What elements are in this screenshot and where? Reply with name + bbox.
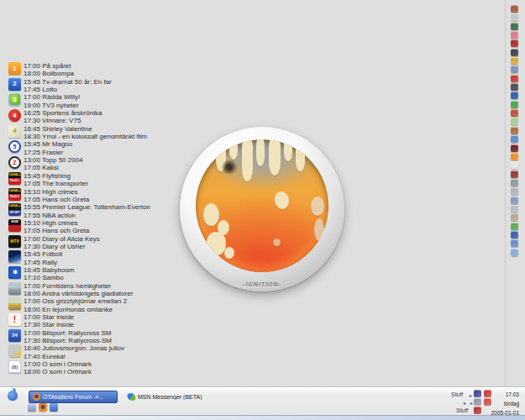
desktop-shortcut-7-icon[interactable] — [511, 57, 518, 65]
task-button-forum[interactable]: OTAsajtens Forum -»... — [29, 391, 118, 403]
channel-logo-band: FILM 2 — [8, 194, 21, 201]
tv-listing-row-tv4: 416:25 Sportens årskrönika17:30 Vinnare:… — [8, 109, 150, 125]
tv-listing-row-tv3: 317:00 Rädda Willy!19:00 TV3 nyheter — [8, 93, 150, 109]
channel-logo-band: MGM — [8, 219, 21, 226]
barnkanalen-channel-icon — [8, 344, 21, 357]
program-entry: 17:05 Hans och Greta — [24, 196, 89, 203]
program-entry: 15:10 High crimes — [24, 219, 89, 227]
program-lines: 17:00 Bilsport: Rallycross SM17:30 Bilsp… — [24, 329, 112, 345]
svt24-channel-icon: 24 — [8, 329, 21, 342]
tv-listing-row-canal-plus-sport: CANAL+SPORT15:55 Premier League: Tottenh… — [8, 203, 150, 219]
desktop-shortcut-23-icon[interactable] — [511, 197, 518, 204]
tray-icon-1[interactable] — [474, 390, 481, 397]
program-entry: 17:05 Hans och Greta — [24, 227, 89, 234]
program-entry: 17:45 Lotto — [24, 86, 112, 93]
orb-lava-sphere — [196, 139, 328, 272]
program-lines: 16:45 Shirley Valentine18:30 Yrrol - en … — [24, 125, 147, 141]
clock-day: lördag — [486, 399, 519, 408]
desktop-shortcut-19-icon[interactable] — [511, 161, 518, 169]
program-entry: 17:05 Kaksi — [24, 164, 83, 171]
tv3-channel-icon: 3 — [8, 93, 21, 106]
desktop-shortcut-26-icon[interactable] — [511, 223, 518, 230]
canal-plus-film2-channel-icon: CANAL+FILM 2 — [8, 188, 21, 201]
tv-listing-row-animal-planet: 17:00 Oss grizzlybjörnar emellan 218:00 … — [8, 297, 150, 313]
desktop-shortcut-20-icon[interactable] — [511, 171, 518, 178]
desktop-shortcut-13-icon[interactable] — [511, 109, 518, 117]
desktop-shortcut-12-icon[interactable] — [511, 101, 518, 108]
program-lines: 16:40 Jullovsmorgon: Jonas jullov17:40 E… — [24, 344, 124, 360]
program-entry: 17:30 Bilsport: Rallycross-SM — [24, 337, 112, 344]
desktop-shortcut-29-icon[interactable] — [511, 249, 518, 256]
program-lines: 15:45 Flyfishing17:05 The transporter — [24, 172, 88, 188]
channel-logo-band: CANAL+ — [8, 172, 21, 179]
program-entry: 17:05 The transporter — [24, 180, 88, 187]
desktop-shortcut-25-icon[interactable] — [511, 213, 518, 221]
firefox-icon — [33, 393, 40, 401]
clock-time: 17:03 — [486, 390, 519, 399]
tray-icon-5[interactable] — [474, 407, 481, 414]
program-entry: 18:00 Bolibompa — [24, 70, 74, 77]
program-entry: 17:45 Rally — [24, 259, 62, 266]
canal-plus-film1-channel-icon: CANAL+FILM 1 — [8, 172, 21, 185]
start-button[interactable] — [8, 391, 18, 401]
desktop-shortcut-8-icon[interactable] — [511, 66, 518, 73]
desktop-shortcut-10-icon[interactable] — [511, 83, 518, 91]
desktop-shortcut-column — [509, 5, 519, 257]
toolbar-stuff-1[interactable]: Stuff — [451, 391, 463, 397]
folder-icon[interactable] — [50, 403, 58, 412]
taskbar: OTAsajtens Forum -»...MSN Messenger (BET… — [0, 387, 525, 420]
program-entry: 17:00 På spåret — [24, 62, 74, 70]
tv-listing-row-svt24: 2417:00 Bilsport: Rallycross SM17:30 Bil… — [8, 329, 150, 345]
desktop-shortcut-1-icon[interactable] — [511, 5, 518, 13]
wallpaper-orb: -IGNITION- — [180, 127, 344, 291]
program-entry: 17:00 Rädda Willy! — [24, 93, 80, 101]
task-button-msn[interactable]: MSN Messenger (BETA) — [124, 391, 206, 402]
program-lines: 17:00 Rädda Willy!19:00 TV3 nyheter — [24, 93, 80, 109]
chevron-icon[interactable]: ▸ — [470, 392, 472, 398]
program-entry: 17:00 Forntidens hemligheter — [24, 282, 133, 290]
desktop-shortcut-17-icon[interactable] — [511, 144, 518, 152]
desktop-shortcut-21-icon[interactable] — [511, 179, 518, 186]
program-entry: 18:00 O som i Ortmark — [24, 368, 92, 375]
desktop-shortcut-11-icon[interactable] — [511, 92, 518, 99]
desktop-shortcut-5-icon[interactable] — [511, 39, 518, 47]
program-lines: 17:00 Diary of Alicia Keys17:30 Diary of… — [24, 235, 100, 251]
desktop-shortcut-18-icon[interactable] — [511, 153, 518, 160]
program-entry: 17:00 O som i Ortmark — [24, 360, 92, 368]
mgm-channel-icon: MGM — [8, 219, 21, 232]
desktop-shortcut-28-icon[interactable] — [511, 239, 518, 247]
animal-planet-channel-icon — [8, 297, 21, 310]
ignition-logo-text: -IGNITION- — [180, 281, 344, 287]
desktop-shortcut-2-icon[interactable] — [511, 13, 518, 21]
window-icon[interactable] — [28, 403, 36, 412]
program-lines: 17:00 O som i Ortmark18:00 O som i Ortma… — [24, 360, 92, 376]
tv-listing-row-tv8: (8)17:00 O som i Ortmark18:00 O som i Or… — [8, 360, 150, 376]
desktop-shortcut-15-icon[interactable] — [511, 127, 518, 134]
desktop-shortcut-3-icon[interactable] — [511, 23, 518, 30]
channel-logo-band: FILM 1 — [8, 178, 21, 185]
tray-icon-3[interactable] — [474, 398, 481, 406]
desktop-shortcut-27-icon[interactable] — [511, 231, 518, 239]
desktop-shortcut-6-icon[interactable] — [511, 49, 518, 56]
program-entry: 15:45 Tv-dramat 50 år: En far — [24, 78, 112, 86]
desktop-shortcut-16-icon[interactable] — [511, 135, 518, 143]
tv-listing-row-star: !17:00 Star inside17:30 Star inside — [8, 313, 150, 329]
toolbar-stuff-2[interactable]: Stuff — [456, 407, 468, 413]
desktop-toolbar-divider — [505, 0, 506, 387]
tv-listing-row-mtv: MTV17:00 Diary of Alicia Keys17:30 Diary… — [8, 235, 150, 251]
program-entry: 17:10 Sambo — [24, 274, 75, 281]
desktop-shortcut-14-icon[interactable] — [511, 118, 518, 125]
desktop-shortcut-24-icon[interactable] — [511, 205, 518, 213]
desktop-shortcut-9-icon[interactable] — [511, 75, 518, 82]
chevron-icon[interactable]: ▸ — [464, 400, 466, 406]
tv-listing-row-channel-14: 16:45 Babyboom17:10 Sambo — [8, 266, 150, 282]
program-entry: 15:45 Fotboll — [24, 250, 62, 258]
tv-listing-row-tv4-plus: 416:45 Shirley Valentine18:30 Yrrol - en… — [8, 125, 150, 141]
firefox-icon[interactable] — [39, 403, 47, 412]
task-buttons: OTAsajtens Forum -»...MSN Messenger (BET… — [29, 391, 206, 403]
tv-listing-row-mgm: MGM15:10 High crimes17:05 Hans och Greta — [8, 219, 150, 235]
program-entry: 16:45 Shirley Valentine — [24, 125, 147, 133]
program-entry: 17:40 Eureka! — [24, 353, 124, 360]
desktop-shortcut-22-icon[interactable] — [511, 187, 518, 195]
desktop-shortcut-4-icon[interactable] — [511, 31, 518, 39]
